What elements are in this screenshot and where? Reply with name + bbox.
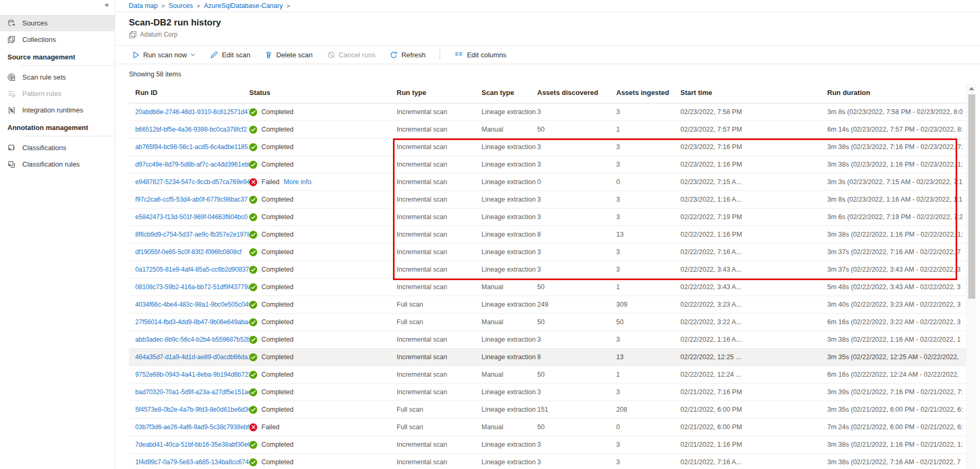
cell-start-time: 02/23/2022, 7:16 PM xyxy=(680,143,827,151)
run-id-link[interactable]: 27f56014-fbd3-4dd9-8b47-9b06e649aba4 xyxy=(135,318,249,326)
run-id-link[interactable]: 20abdb8e-2746-46d1-9310-8c812571d47f xyxy=(135,108,249,116)
table-row[interactable]: e9487827-5234-547c-9ccb-d57ca769e94fFail… xyxy=(129,173,966,191)
breadcrumb-link-data-map[interactable]: Data map xyxy=(129,2,158,10)
table-row[interactable]: 7deabd41-40ca-51bf-bb16-35e38abf30e0Comp… xyxy=(129,436,966,454)
run-id-link[interactable]: d97cc49e-8d79-5d8b-af7c-ac4dd3961ebb xyxy=(135,161,249,168)
delete-scan-button[interactable]: Delete scan xyxy=(265,51,313,59)
more-info-link[interactable]: More info xyxy=(284,178,311,186)
edit-scan-button[interactable]: Edit scan xyxy=(210,51,250,59)
status-label: Completed xyxy=(261,388,293,396)
sidebar-item-label: Sources xyxy=(22,19,48,27)
classifications-icon xyxy=(7,143,16,152)
collections-icon xyxy=(7,35,16,44)
run-id-link[interactable]: 0a172505-81e9-4af4-85a5-cc6b2d908379 xyxy=(135,266,249,273)
table-row[interactable]: 8f6cb9d9-c754-5d37-ae9c-fb357e2e1978Comp… xyxy=(129,226,966,244)
column-header-start-time[interactable]: Start time xyxy=(680,89,827,97)
table-row[interactable]: d97cc49e-8d79-5d8b-af7c-ac4dd3961ebbComp… xyxy=(129,156,966,173)
table-row[interactable]: 464a35d7-d1a9-4d1d-ae89-d0acdb66da1dComp… xyxy=(129,349,966,366)
sidebar-item-collections[interactable]: Collections xyxy=(0,31,115,48)
status-completed-icon xyxy=(249,143,257,151)
cell-assets-discovered: 8 xyxy=(537,353,616,361)
table-row[interactable]: 03b7f3d6-ae26-4af6-9ad9-5c38c7938ebfFail… xyxy=(129,419,966,436)
cell-assets-ingested: 1 xyxy=(616,126,680,133)
toolbar-button-label: Delete scan xyxy=(276,51,313,59)
run-id-link[interactable]: b66512bf-bf5e-4a36-9398-bc0ca378fcf2 xyxy=(135,126,247,133)
vertical-scrollbar[interactable] xyxy=(966,84,976,469)
run-id-link[interactable]: 1f4d99c7-0a79-5e83-a685-134ba8cc6744 xyxy=(135,458,249,466)
column-header-run-id[interactable]: Run ID xyxy=(135,89,249,97)
table-row[interactable]: 27f56014-fbd3-4dd9-8b47-9b06e649aba4Comp… xyxy=(129,314,966,331)
cell-assets-ingested: 3 xyxy=(616,196,680,203)
cell-status: Completed xyxy=(249,406,397,414)
sidebar-item-integration-runtimes[interactable]: Integration runtimes xyxy=(0,102,115,118)
scrollbar-up-arrow-icon[interactable] xyxy=(967,84,976,93)
edit-columns-button[interactable]: Edit columns xyxy=(454,51,506,59)
table-row[interactable]: b66512bf-bf5e-4a36-9398-bc0ca378fcf2Comp… xyxy=(129,121,966,138)
breadcrumb-link-azuresqldatabase-canary[interactable]: AzureSqlDatabase-Canary xyxy=(204,2,283,10)
run-id-link[interactable]: 9752e68b-0943-4a41-8eba-9b194d6b723c xyxy=(135,371,249,378)
table-row[interactable]: df19055f-0e65-5c0f-83f2-f096fc0808cfComp… xyxy=(129,244,966,261)
table-row[interactable]: abb3adec-8b9c-56c4-b2b4-b559687b52b8Comp… xyxy=(129,331,966,349)
scrollbar-thumb[interactable] xyxy=(968,94,975,299)
cell-run-type: Full scan xyxy=(397,406,482,413)
table-row[interactable]: f97c2ca6-ccf5-53d4-ab0f-6778c98bac37Comp… xyxy=(129,191,966,209)
run-id-link[interactable]: 4034f66c-4be4-483c-98a1-9bc0e505c04f xyxy=(135,301,249,308)
table-row[interactable]: 1f4d99c7-0a79-5e83-a685-134ba8cc6744Comp… xyxy=(129,454,966,469)
cell-run-duration: 3m 8s (02/23/2022, 1:16 AM - 02/23/2022,… xyxy=(827,196,966,203)
refresh-button[interactable]: Refresh xyxy=(390,51,426,59)
sidebar-item-classifications[interactable]: Classifications xyxy=(0,140,115,156)
run-id-link[interactable]: df19055f-0e65-5c0f-83f2-f096fc0808cf xyxy=(135,248,242,256)
sidebar-item-label: Classification rules xyxy=(22,160,80,168)
run-id-link[interactable]: 08108c73-59b2-416a-bb72-51df9f43779a xyxy=(135,283,249,291)
table-row[interactable]: e5842473-f13d-501f-969f-04663f804bc0Comp… xyxy=(129,209,966,226)
cell-assets-ingested: 3 xyxy=(616,266,680,273)
run-id-link[interactable]: 5f4573e8-0b2e-4a7b-9fd3-8e0d61be6d30 xyxy=(135,406,249,413)
cell-assets-discovered: 151 xyxy=(537,406,616,413)
breadcrumb-link-sources[interactable]: Sources xyxy=(169,2,193,10)
cell-run-duration: 3m 38s (02/21/2022, 7:16 AM - 02/21/2022… xyxy=(827,458,966,466)
run-id-link[interactable]: e9487827-5234-547c-9ccb-d57ca769e94f xyxy=(135,178,249,186)
status-label: Completed xyxy=(261,406,293,413)
column-header-run-duration[interactable]: Run duration xyxy=(827,89,966,97)
sidebar-item-scan-rule-sets[interactable]: Scan rule sets xyxy=(0,69,115,85)
cell-scan-type: Lineage extraction xyxy=(482,458,537,466)
collapse-sidebar-icon[interactable]: « xyxy=(105,1,109,8)
table-row[interactable]: 9752e68b-0943-4a41-8eba-9b194d6b723cComp… xyxy=(129,366,966,384)
cell-assets-discovered: 3 xyxy=(537,441,616,448)
column-header-assets-ingested[interactable]: Assets ingested xyxy=(616,89,680,97)
cell-status: Completed xyxy=(249,371,397,379)
run-id-link[interactable]: e5842473-f13d-501f-969f-04663f804bc0 xyxy=(135,213,248,221)
run-id-link[interactable]: 7deabd41-40ca-51bf-bb16-35e38abf30e0 xyxy=(135,441,249,448)
run-id-link[interactable]: 8f6cb9d9-c754-5d37-ae9c-fb357e2e1978 xyxy=(135,231,249,238)
cell-run-type: Full scan xyxy=(397,423,482,431)
table-row[interactable]: 20abdb8e-2746-46d1-9310-8c812571d47fComp… xyxy=(129,103,966,121)
cell-assets-discovered: 3 xyxy=(537,196,616,203)
cell-run-duration: 6m 14s (02/23/2022, 7:57 PM - 02/23/2022… xyxy=(827,126,966,133)
sidebar-item-sources[interactable]: Sources xyxy=(0,15,115,31)
sidebar-item-label: Scan rule sets xyxy=(22,73,66,81)
table-row[interactable]: 5f4573e8-0b2e-4a7b-9fd3-8e0d61be6d30Comp… xyxy=(129,401,966,419)
cell-run-type: Full scan xyxy=(397,318,482,326)
cell-run-duration: 3m 37s (02/22/2022, 7:16 AM - 02/22/2022… xyxy=(827,248,966,256)
column-header-assets-discovered[interactable]: Assets discovered xyxy=(537,89,616,97)
column-header-run-type[interactable]: Run type xyxy=(397,89,482,97)
run-id-link[interactable]: bad70320-70a1-5d9f-a23a-a27df5e151ad xyxy=(135,388,249,396)
table-row[interactable]: 4034f66c-4be4-483c-98a1-9bc0e505c04fComp… xyxy=(129,296,966,314)
run-scan-now-button[interactable]: Run scan now xyxy=(132,51,196,59)
run-id-link[interactable]: ab765f94-bc98-56c1-acd5-6c4adbe11851 xyxy=(135,143,249,151)
table-row[interactable]: 0a172505-81e9-4af4-85a5-cc6b2d908379Comp… xyxy=(129,261,966,279)
run-id-link[interactable]: abb3adec-8b9c-56c4-b2b4-b559687b52b8 xyxy=(135,336,249,343)
column-header-status[interactable]: Status xyxy=(249,89,397,97)
main-content: Data map>Sources>AzureSqlDatabase-Canary… xyxy=(116,0,980,469)
column-header-scan-type[interactable]: Scan type xyxy=(482,89,537,97)
sidebar-item-classification-rules[interactable]: Classification rules xyxy=(0,156,115,172)
run-id-link[interactable]: f97c2ca6-ccf5-53d4-ab0f-6778c98bac37 xyxy=(135,196,248,203)
table-row[interactable]: 08108c73-59b2-416a-bb72-51df9f43779aComp… xyxy=(129,279,966,296)
table-row[interactable]: ab765f94-bc98-56c1-acd5-6c4adbe11851Comp… xyxy=(129,138,966,156)
status-label: Completed xyxy=(261,283,293,291)
cell-status: Completed xyxy=(249,283,397,291)
run-id-link[interactable]: 464a35d7-d1a9-4d1d-ae89-d0acdb66da1d xyxy=(135,353,249,361)
table-row[interactable]: bad70320-70a1-5d9f-a23a-a27df5e151adComp… xyxy=(129,384,966,401)
cell-scan-type: Lineage extraction xyxy=(482,196,537,203)
run-id-link[interactable]: 03b7f3d6-ae26-4af6-9ad9-5c38c7938ebf xyxy=(135,423,249,431)
